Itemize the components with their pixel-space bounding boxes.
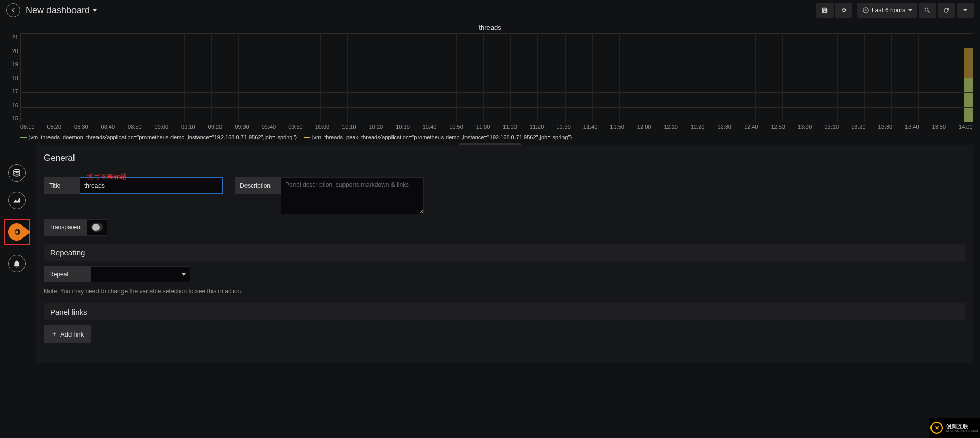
bell-icon: [12, 259, 21, 268]
add-link-label: Add link: [60, 330, 84, 338]
chart-legend: jvm_threads_daemon_threads{application="…: [7, 130, 973, 140]
chart-area-icon: [12, 196, 21, 205]
legend-label: jvm_threads_daemon_threads{application="…: [29, 134, 297, 140]
watermark-logo-icon: ✕: [930, 422, 943, 434]
repeating-section: Repeating Repeat Note: You may need to c…: [44, 244, 965, 295]
dashboard-title-dropdown[interactable]: New dashboard: [26, 5, 97, 16]
legend-swatch: [304, 137, 310, 138]
y-axis: 21201918171615: [7, 33, 20, 122]
add-link-button[interactable]: Add link: [44, 325, 91, 343]
dashboard-settings-button[interactable]: [835, 3, 852, 18]
clock-icon: [862, 7, 869, 14]
caret-down-icon: [182, 273, 186, 276]
caret-down-icon: [963, 9, 967, 11]
general-section: General Title Description Transparent: [44, 150, 965, 236]
x-axis: 08:1008:2008:3008:4008:5009:0009:1009:20…: [7, 122, 973, 130]
legend-item[interactable]: jvm_threads_peak_threads{application="pr…: [304, 134, 572, 140]
refresh-interval-dropdown[interactable]: [957, 3, 974, 18]
legend-item[interactable]: jvm_threads_daemon_threads{application="…: [20, 134, 297, 140]
tab-general[interactable]: [8, 223, 26, 241]
graph-panel: threads 21201918171615 08:1008:2008:3008…: [7, 22, 973, 146]
panel-links-section: Panel links Add link: [44, 303, 965, 343]
database-icon: [12, 168, 21, 177]
arrow-left-icon: [10, 7, 17, 14]
caret-down-icon: [908, 9, 912, 11]
legend-swatch: [20, 137, 27, 138]
transparent-label: Transparent: [44, 219, 87, 236]
panel-links-header: Panel links: [44, 303, 965, 320]
gear-icon: [12, 227, 21, 237]
legend-label: jvm_threads_peak_threads{application="pr…: [312, 134, 572, 140]
transparent-toggle[interactable]: [91, 223, 103, 232]
general-header: General: [44, 150, 965, 166]
repeat-note: Note: You may need to change the variabl…: [44, 288, 965, 295]
repeating-header: Repeating: [44, 244, 965, 261]
back-button[interactable]: [6, 3, 20, 17]
tab-visualization[interactable]: [8, 192, 26, 209]
caret-down-icon: [93, 9, 97, 12]
save-icon: [821, 7, 828, 14]
watermark: ✕ 创新互联 CHUANG XIN HU LIAN: [929, 418, 980, 438]
panel-editor: General Title Description Transparent: [36, 145, 973, 363]
active-tab-highlight: [4, 219, 30, 245]
description-textarea[interactable]: [281, 177, 424, 214]
refresh-button[interactable]: [938, 3, 955, 18]
panel-editor-side-rail: [4, 164, 30, 272]
refresh-icon: [943, 7, 950, 14]
tab-alert[interactable]: [8, 255, 26, 272]
save-dashboard-button[interactable]: [816, 3, 834, 18]
time-range-label: Last 6 hours: [872, 7, 905, 14]
time-range-picker[interactable]: Last 6 hours: [857, 3, 917, 18]
watermark-brand: 创新互联: [946, 424, 978, 429]
plus-icon: [51, 331, 57, 337]
panel-title: threads: [7, 22, 973, 33]
repeat-label: Repeat: [44, 266, 91, 282]
title-label: Title: [44, 177, 80, 194]
top-bar: New dashboard Last 6 hours: [0, 0, 980, 20]
chart-plot-area[interactable]: 21201918171615: [7, 33, 973, 122]
plot-canvas[interactable]: [20, 33, 973, 122]
description-label: Description: [235, 177, 281, 194]
external-annotation: 填写图表标题: [87, 172, 127, 182]
tab-queries[interactable]: [8, 164, 26, 182]
zoom-icon: [924, 7, 931, 14]
repeat-select[interactable]: [91, 266, 190, 282]
watermark-sub: CHUANG XIN HU LIAN: [946, 429, 978, 432]
zoom-out-button[interactable]: [919, 3, 936, 18]
gear-icon: [840, 7, 847, 14]
dashboard-title: New dashboard: [26, 5, 90, 16]
